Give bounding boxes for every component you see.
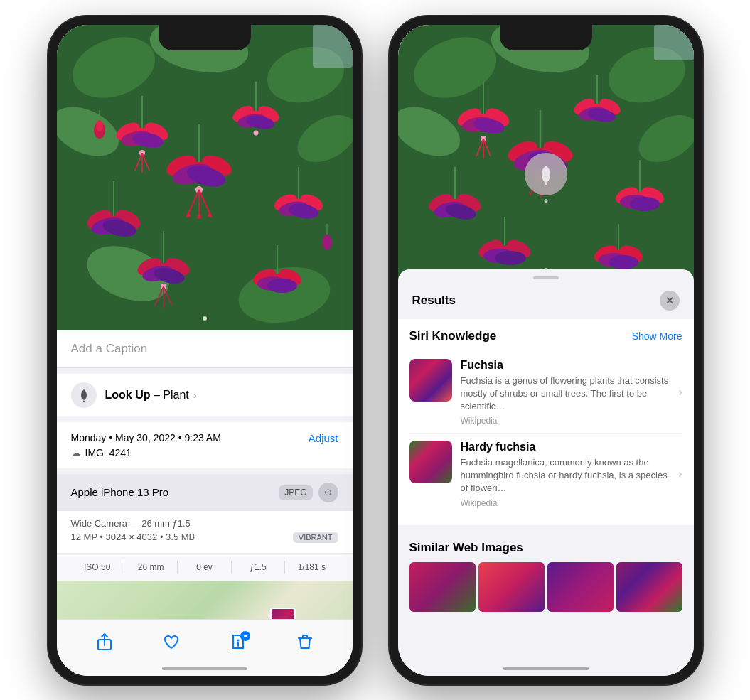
exif-focal: 26 mm	[124, 561, 178, 574]
right-phone: Results ✕ Siri Knowledge Show More	[390, 16, 702, 684]
camera-section: Apple iPhone 13 Pro JPEG ⊙ Wide Camera —…	[57, 474, 353, 581]
knowledge-card-hardy-fuchsia[interactable]: Hardy fuchsia Fuchsia magellanica, commo…	[409, 434, 682, 515]
fuchsia-chevron: ›	[678, 386, 682, 399]
photo-page-indicator	[203, 316, 207, 321]
similar-image-2[interactable]	[478, 562, 545, 612]
svg-point-35	[186, 213, 191, 217]
svg-point-37	[208, 213, 212, 217]
right-photo-area	[398, 25, 694, 281]
hardy-fuchsia-description: Fuchsia magellanica, commonly known as t…	[461, 456, 671, 495]
hardy-fuchsia-thumbnail	[409, 441, 452, 483]
left-info-section: Add a Caption Look Up – Plant ›	[57, 330, 353, 619]
siri-knowledge-title: Siri Knowledge	[409, 329, 497, 343]
siri-knowledge-section: Siri Knowledge Show More Fuchsia Fuchsia…	[398, 319, 694, 525]
similar-image-1[interactable]	[409, 562, 476, 612]
hardy-fuchsia-title: Hardy fuchsia	[461, 441, 671, 453]
camera-model: Apple iPhone 13 Pro	[71, 486, 169, 498]
lookup-text: Look Up – Plant ›	[105, 389, 197, 402]
meta-filename: ☁ IMG_4241	[71, 447, 338, 458]
results-panel[interactable]: Results ✕ Siri Knowledge Show More	[398, 269, 694, 676]
fuchsia-description: Fuchsia is a genus of flowering plants t…	[461, 375, 671, 414]
svg-point-73	[237, 640, 239, 642]
svg-point-24	[253, 130, 258, 135]
right-notch	[500, 25, 592, 50]
home-indicator	[162, 667, 247, 670]
camera-badges: JPEG ⊙	[279, 483, 338, 502]
svg-point-65	[267, 279, 297, 293]
favorite-button[interactable]	[162, 632, 181, 651]
similar-images-grid	[409, 562, 682, 612]
similar-web-images-section: Similar Web Images	[398, 531, 694, 618]
hardy-fuchsia-content: Hardy fuchsia Fuchsia magellanica, commo…	[461, 441, 682, 508]
right-home-indicator	[503, 667, 589, 670]
left-photo[interactable]	[57, 25, 353, 330]
knowledge-card-fuchsia[interactable]: Fuchsia Fuchsia is a genus of flowering …	[409, 352, 682, 434]
mp-spec: 12 MP • 3024 × 4032 • 3.5 MB	[71, 532, 195, 542]
caption-placeholder: Add a Caption	[71, 342, 148, 355]
caption-area[interactable]: Add a Caption	[57, 330, 353, 368]
fuchsia-thumbnail	[409, 359, 452, 402]
right-phone-inner: Results ✕ Siri Knowledge Show More	[398, 25, 694, 676]
section-header: Siri Knowledge Show More	[409, 329, 682, 343]
exif-row: ISO 50 26 mm 0 ev ƒ1.5 1/181 s	[57, 553, 353, 581]
similar-image-3[interactable]	[547, 562, 614, 612]
camera-model-row: Apple iPhone 13 Pro JPEG ⊙	[57, 474, 353, 511]
map-area[interactable]	[57, 581, 353, 619]
camera-details: Wide Camera — 26 mm ƒ1.5 12 MP • 3024 × …	[57, 511, 353, 553]
meta-row: Monday • May 30, 2022 • 9:23 AM Adjust	[71, 432, 338, 444]
exif-iso: ISO 50	[71, 561, 124, 574]
adjust-button[interactable]: Adjust	[309, 432, 338, 444]
svg-point-70	[322, 235, 332, 250]
main-container: Add a Caption Look Up – Plant ›	[0, 0, 750, 700]
siri-recognition-bubble	[525, 153, 567, 195]
wide-spec: Wide Camera — 26 mm ƒ1.5	[71, 518, 191, 529]
similar-image-4[interactable]	[616, 562, 682, 612]
results-title: Results	[412, 294, 456, 308]
svg-point-125	[495, 251, 526, 265]
jpeg-badge: JPEG	[279, 485, 312, 500]
left-screen: Add a Caption Look Up – Plant ›	[57, 25, 353, 676]
notch	[159, 25, 251, 50]
lookup-row[interactable]: Look Up – Plant ›	[57, 374, 353, 416]
results-header: Results ✕	[398, 285, 694, 319]
svg-rect-71	[313, 25, 353, 68]
share-button[interactable]	[95, 632, 114, 651]
show-more-button[interactable]: Show More	[632, 330, 682, 342]
exif-shutter: 1/181 s	[285, 561, 338, 574]
mp-spec-row: 12 MP • 3024 × 4032 • 3.5 MB VIBRANT	[71, 532, 338, 543]
lookup-icon	[71, 382, 97, 408]
svg-rect-132	[654, 25, 694, 60]
fuchsia-title: Fuchsia	[461, 359, 671, 372]
map-photo-thumbnail	[270, 608, 296, 619]
hardy-fuchsia-chevron: ›	[678, 468, 682, 480]
results-handle	[533, 276, 559, 279]
fuchsia-source: Wikipedia	[461, 416, 671, 426]
filename-text: IMG_4241	[85, 447, 132, 458]
info-button[interactable]	[229, 632, 247, 651]
svg-point-36	[197, 215, 201, 219]
meta-date: Monday • May 30, 2022 • 9:23 AM	[71, 432, 221, 443]
siri-dot	[544, 199, 547, 203]
vibrant-badge: VIBRANT	[293, 532, 338, 543]
meta-section: Monday • May 30, 2022 • 9:23 AM Adjust ☁…	[57, 422, 353, 468]
close-button[interactable]: ✕	[660, 291, 680, 311]
delete-button[interactable]	[296, 632, 314, 651]
fuchsia-content: Fuchsia Fuchsia is a genus of flowering …	[461, 359, 682, 426]
exif-aperture: ƒ1.5	[232, 561, 285, 574]
right-screen: Results ✕ Siri Knowledge Show More	[398, 25, 694, 676]
svg-point-131	[609, 255, 638, 269]
left-phone: Add a Caption Look Up – Plant ›	[48, 16, 361, 684]
similar-web-images-title: Similar Web Images	[409, 541, 682, 555]
cloud-icon: ☁	[71, 447, 81, 458]
info-badge	[240, 631, 250, 641]
left-phone-inner: Add a Caption Look Up – Plant ›	[57, 25, 353, 676]
exif-ev: 0 ev	[178, 561, 231, 574]
hardy-fuchsia-source: Wikipedia	[461, 498, 671, 508]
lookup-chevron: ›	[191, 389, 197, 401]
camera-settings-btn[interactable]: ⊙	[318, 483, 338, 502]
svg-point-119	[630, 197, 660, 211]
svg-point-68	[96, 120, 103, 131]
wide-spec-row: Wide Camera — 26 mm ƒ1.5	[71, 518, 338, 529]
